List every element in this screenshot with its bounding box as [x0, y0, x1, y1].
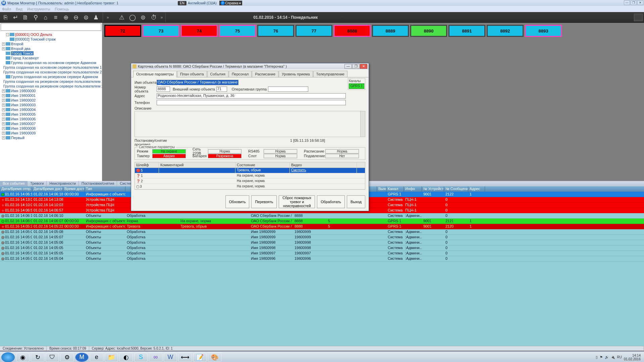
- channel-gprs1[interactable]: GPRS 1: [349, 83, 364, 89]
- event-row[interactable]: 01.02.16 14:05:0801.02.16 14:05:08Объект…: [0, 229, 644, 235]
- object-tile-73[interactable]: 73: [143, 25, 179, 37]
- tree-item[interactable]: Группа созданная на резервном сервере Ад…: [1, 74, 101, 79]
- object-tile-8889[interactable]: 8889: [372, 25, 409, 37]
- object-tile-8888[interactable]: 8888: [334, 25, 371, 37]
- tree-item[interactable]: -[000001] ООО Дельта: [1, 32, 101, 37]
- tree-item[interactable]: Город Хасавюрт: [1, 56, 101, 60]
- description-box[interactable]: [135, 111, 365, 137]
- expand-icon[interactable]: +: [2, 113, 5, 116]
- dialog-action-button[interactable]: Сброс пожарныхтревог инеисправностей: [279, 195, 315, 208]
- tree-item[interactable]: +Имя 19800006: [1, 117, 101, 121]
- antenna-icon[interactable]: ⊚: [139, 13, 147, 21]
- event-filter-tab[interactable]: Тревоги: [28, 181, 47, 186]
- event-row[interactable]: 01.02.16 14:05:2201.02.16 14:05:2200:00:…: [0, 224, 644, 229]
- object-tile-75[interactable]: 75: [219, 25, 256, 37]
- dialog-action-button[interactable]: Обновить: [225, 195, 250, 208]
- taskbar-explorer[interactable]: 📁: [105, 353, 118, 362]
- event-col-header[interactable]: Время достав.: [63, 186, 85, 192]
- tree-item[interactable]: +Имя 19800005: [1, 112, 101, 117]
- toolbar-collapse-arrow-2[interactable]: »: [161, 15, 163, 20]
- tree-item[interactable]: Группа созданная на резервном сервере по…: [1, 79, 101, 84]
- tree-item[interactable]: Группа созданная на резервном сервере по…: [1, 84, 101, 88]
- event-col-header[interactable]: Адрес: [468, 186, 485, 192]
- expand-icon[interactable]: +: [2, 122, 5, 125]
- menu-tools[interactable]: Инструменты: [27, 7, 50, 11]
- object-tile-8890[interactable]: 8890: [410, 25, 447, 37]
- toolbar-btn-9[interactable]: ⊜: [82, 13, 90, 21]
- expand-icon[interactable]: +: [2, 132, 5, 135]
- toolbar-btn-10[interactable]: ♟: [92, 13, 100, 21]
- dialog-close[interactable]: ✕: [360, 64, 367, 69]
- toolbar-btn-1[interactable]: ⎘: [1, 13, 9, 21]
- taskbar-notepad[interactable]: 📝: [193, 353, 207, 362]
- taskbar-paint[interactable]: 🎨: [208, 353, 221, 362]
- event-row[interactable]: 01.02.16 14:05:0601.02.16 14:05:06Объект…: [0, 240, 644, 245]
- tree-item[interactable]: +Имя 19800004: [1, 107, 101, 112]
- dialog-titlebar[interactable]: Карточка объекта N 8888: ОАО Сбербанк Ро…: [131, 63, 369, 69]
- event-col-header[interactable]: Тип: [85, 186, 125, 192]
- loop-row[interactable]: ❓ 2На охране, норма: [135, 179, 365, 184]
- dialog-tab[interactable]: События: [207, 71, 228, 77]
- maximize-button[interactable]: ❐: [631, 0, 637, 5]
- dialog-tab[interactable]: Расписание: [252, 71, 278, 77]
- event-col-header[interactable]: Дата/Время отпр.: [0, 186, 32, 192]
- tray-icon-1[interactable]: ▯: [596, 355, 598, 359]
- tree-item[interactable]: Группа созданная на основном сервере Адм…: [1, 60, 101, 65]
- input-op-group[interactable]: [268, 86, 308, 92]
- dialog-action-button[interactable]: Перевзять: [251, 195, 277, 208]
- object-tile-74[interactable]: 74: [181, 25, 218, 37]
- loop-row[interactable]: ▢ 3На охране, норма: [135, 184, 365, 189]
- event-row[interactable]: 01.02.16 14:05:0401.02.16 14:05:04Объект…: [0, 256, 644, 261]
- expand-icon[interactable]: +: [2, 104, 5, 107]
- event-filter-tab[interactable]: Постановки/снятия: [79, 181, 117, 186]
- event-col-header[interactable]: Канал: [386, 186, 404, 192]
- event-col-header[interactable]: Инфо: [404, 186, 422, 192]
- expand-icon[interactable]: +: [2, 43, 5, 46]
- event-filter-tab[interactable]: Неисправности: [47, 181, 79, 186]
- expand-icon[interactable]: +: [2, 99, 5, 102]
- timer-icon[interactable]: ⏱: [150, 13, 158, 21]
- toolbar-btn-8[interactable]: ⊖: [72, 13, 80, 21]
- taskbar-ie[interactable]: e: [90, 353, 103, 362]
- tray-icon-2[interactable]: ⚑: [600, 355, 603, 359]
- taskbar-chrome[interactable]: ◐: [119, 353, 133, 362]
- event-col-header[interactable]: Дата/Время достав.: [32, 186, 63, 192]
- menu-help[interactable]: Помощь: [55, 7, 69, 11]
- event-row[interactable]: 01.02.16 14:05:0501.02.16 14:05:05Объект…: [0, 245, 644, 251]
- taskbar-app-mirage[interactable]: M: [75, 353, 89, 362]
- start-button[interactable]: [1, 352, 15, 362]
- dialog-action-button[interactable]: Обработать: [317, 195, 345, 208]
- col-video[interactable]: Видео: [290, 162, 357, 168]
- expand-icon[interactable]: +: [2, 89, 5, 93]
- event-row[interactable]: 01.02.16 14:05:0701.02.16 14:05:07Объект…: [0, 235, 644, 240]
- event-row[interactable]: 01.02.16 14:06:0701.02.16 14:06:0700:00:…: [0, 219, 644, 224]
- expand-icon[interactable]: +: [2, 136, 5, 139]
- tree-item[interactable]: +Имя 19800002: [1, 98, 101, 103]
- toolbar-btn-6[interactable]: ≡: [52, 13, 60, 21]
- tray-icon-4[interactable]: 🔌: [611, 355, 615, 359]
- input-ext-num[interactable]: 71: [216, 86, 227, 92]
- tree-item[interactable]: Группа созданная на основном сервере пол…: [1, 70, 101, 74]
- dialog-tab[interactable]: Телеуправление: [313, 71, 347, 77]
- expand-icon[interactable]: -: [6, 33, 9, 36]
- tree-item[interactable]: [000002] Томский страж: [1, 37, 101, 42]
- loop-row[interactable]: 🔴 5Тревога, обрывСмотреть: [135, 168, 365, 173]
- tree-item[interactable]: +Имя 19800009: [1, 131, 101, 135]
- toolbar-collapse-arrow[interactable]: »: [107, 15, 109, 20]
- tree-item[interactable]: +Имя 19800008: [1, 126, 101, 131]
- expand-icon[interactable]: +: [2, 108, 5, 111]
- taskbar-teamviewer[interactable]: ⟷: [178, 353, 192, 362]
- loop-row[interactable]: ❓ 1На охране, норма: [135, 173, 365, 179]
- toolbar-btn-4[interactable]: ⚲: [32, 13, 40, 21]
- dialog-tab[interactable]: Основные параметры: [133, 71, 177, 77]
- taskbar-word[interactable]: W: [164, 353, 177, 362]
- taskbar-skype[interactable]: S: [134, 353, 148, 362]
- tree-item[interactable]: Группа созданная на основном сервере пол…: [1, 65, 101, 70]
- search-input[interactable]: [1, 23, 101, 31]
- input-address[interactable]: Родионово-Несветайская, Пушкинская, д. 3…: [157, 93, 346, 99]
- taskbar-app-4[interactable]: ⚙: [60, 353, 74, 362]
- flame-icon[interactable]: ◯: [128, 13, 137, 21]
- event-row[interactable]: 01.02.16 14:06:1001.02.16 14:06:10Объект…: [0, 213, 644, 219]
- tree-item[interactable]: +Имя 19800007: [1, 121, 101, 126]
- tree-item[interactable]: +Имя 19800001: [1, 93, 101, 98]
